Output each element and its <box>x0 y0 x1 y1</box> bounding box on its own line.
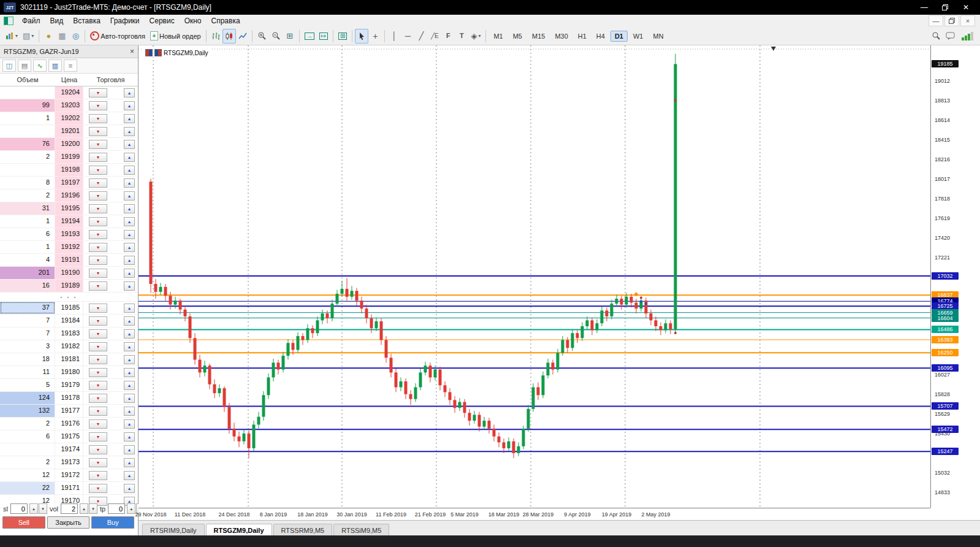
row-buy-button[interactable]: ▴ <box>124 140 135 149</box>
row-buy-button[interactable]: ▴ <box>124 394 135 403</box>
dom-volume-cell[interactable]: 6 <box>0 430 55 443</box>
dom-volume-cell[interactable]: 7 <box>0 327 55 340</box>
dom-volume-cell[interactable] <box>0 164 55 176</box>
row-sell-button[interactable]: ▾ <box>89 471 107 480</box>
menu-item-6[interactable]: Справка <box>207 15 245 26</box>
minimize-button[interactable]: — <box>914 1 935 14</box>
close-position-button[interactable]: Закрыть <box>47 516 90 529</box>
sl-stepper[interactable]: ▴▾ <box>29 503 47 514</box>
dom-chart-toggle-button[interactable]: ◫ <box>2 59 16 72</box>
row-buy-button[interactable]: ▴ <box>124 304 135 313</box>
dom-price-cell[interactable]: 19175 <box>55 430 83 443</box>
dom-price-cell[interactable]: 19197 <box>55 177 83 189</box>
row-sell-button[interactable]: ▾ <box>89 484 107 493</box>
row-buy-button[interactable]: ▴ <box>124 256 135 265</box>
dom-volume-cell[interactable]: 1 <box>0 241 55 253</box>
dom-volume-cell[interactable]: 6 <box>0 228 55 240</box>
chart-window-icon[interactable] <box>4 17 13 25</box>
row-buy-button[interactable]: ▴ <box>124 381 135 390</box>
row-buy-button[interactable]: ▴ <box>124 191 135 201</box>
dom-price-cell[interactable]: 19177 <box>55 405 83 417</box>
toolbar-extra-button-3[interactable]: ◎ <box>69 29 82 44</box>
dom-volume-cell[interactable] <box>0 86 55 99</box>
dom-price-cell[interactable]: 19195 <box>55 202 83 215</box>
row-sell-button[interactable]: ▾ <box>89 342 107 351</box>
dom-price-cell[interactable]: 19189 <box>55 280 83 292</box>
toolbar-extra-button-2[interactable]: ▦ <box>55 29 69 44</box>
mdi-close-button[interactable]: × <box>960 15 975 26</box>
menu-item-5[interactable]: Окно <box>180 15 207 26</box>
timeframe-W1[interactable]: W1 <box>629 31 648 42</box>
row-buy-button[interactable]: ▴ <box>124 458 135 467</box>
timeframe-H4[interactable]: H4 <box>592 31 609 42</box>
row-buy-button[interactable]: ▴ <box>124 166 135 175</box>
dom-volume-cell[interactable]: 8 <box>0 177 55 189</box>
row-sell-button[interactable]: ▾ <box>89 281 107 291</box>
dom-price-cell[interactable]: 19173 <box>55 456 83 469</box>
menu-item-2[interactable]: Вставка <box>68 15 105 26</box>
row-buy-button[interactable]: ▴ <box>124 88 135 98</box>
dom-volume-cell[interactable]: 11 <box>0 366 55 378</box>
row-sell-button[interactable]: ▾ <box>89 316 107 326</box>
dom-price-cell[interactable]: 19183 <box>55 327 83 340</box>
dom-volume-cell[interactable]: 2 <box>0 189 55 202</box>
dom-volume-cell[interactable]: 22 <box>0 482 55 494</box>
row-buy-button[interactable]: ▴ <box>124 445 135 454</box>
row-buy-button[interactable]: ▴ <box>124 484 135 493</box>
dom-price-cell[interactable]: 19185 <box>55 302 83 314</box>
dom-volume-cell[interactable]: 99 <box>0 99 55 112</box>
row-buy-button[interactable]: ▴ <box>124 368 135 377</box>
row-buy-button[interactable]: ▴ <box>124 281 135 291</box>
fibonacci-tool-button[interactable]: F <box>441 29 455 44</box>
timeframe-M15[interactable]: M15 <box>528 31 549 42</box>
dom-price-cell[interactable]: 19199 <box>55 151 83 163</box>
dom-close-button[interactable]: × <box>130 47 134 56</box>
dom-price-cell[interactable]: 19172 <box>55 469 83 481</box>
new-order-button[interactable]: + Новый ордер <box>148 29 203 44</box>
dom-volume-cell[interactable]: 18 <box>0 353 55 365</box>
dom-price-cell[interactable]: 19171 <box>55 482 83 494</box>
row-sell-button[interactable]: ▾ <box>89 381 107 390</box>
row-sell-button[interactable]: ▾ <box>89 304 107 313</box>
price-axis[interactable]: 1901218813186141841518216180171781817619… <box>930 45 980 508</box>
time-axis[interactable]: 29 Nov 201811 Dec 201824 Dec 20188 Jan 2… <box>139 508 930 521</box>
dom-price-cell[interactable]: 19180 <box>55 366 83 378</box>
row-buy-button[interactable]: ▴ <box>124 217 135 226</box>
dom-price-cell[interactable]: 19204 <box>55 86 83 99</box>
dom-ladder-button[interactable]: ▤ <box>18 59 31 72</box>
row-buy-button[interactable]: ▴ <box>124 432 135 442</box>
row-buy-button[interactable]: ▴ <box>124 407 135 416</box>
chat-button[interactable] <box>943 29 958 44</box>
row-sell-button[interactable]: ▾ <box>89 204 107 213</box>
auto-scroll-button[interactable]: → <box>302 29 317 44</box>
dom-volume-cell[interactable]: 3 <box>0 340 55 353</box>
dom-volume-cell[interactable]: 16 <box>0 280 55 292</box>
dom-price-cell[interactable]: 19201 <box>55 125 83 137</box>
row-sell-button[interactable]: ▾ <box>89 329 107 339</box>
dom-volume-cell[interactable]: 1 <box>0 215 55 228</box>
timeframe-M5[interactable]: M5 <box>509 31 526 42</box>
sl-input[interactable]: 0 <box>10 503 28 514</box>
dom-columns-button[interactable]: ▥ <box>48 59 62 72</box>
dom-price-cell[interactable]: 19203 <box>55 99 83 112</box>
menu-item-1[interactable]: Вид <box>45 15 69 26</box>
crosshair-button[interactable]: + <box>368 29 382 44</box>
trendline-tool-button[interactable]: ╱ <box>414 29 428 44</box>
row-buy-button[interactable]: ▴ <box>124 153 135 162</box>
row-sell-button[interactable]: ▾ <box>89 269 107 278</box>
row-buy-button[interactable]: ▴ <box>124 329 135 339</box>
row-buy-button[interactable]: ▴ <box>124 419 135 429</box>
timeframe-H1[interactable]: H1 <box>574 31 591 42</box>
row-buy-button[interactable]: ▴ <box>124 230 135 239</box>
price-chart[interactable] <box>139 45 930 508</box>
chart-tab-3[interactable]: RTSSiM9,M5 <box>333 524 389 536</box>
dom-price-cell[interactable]: 19181 <box>55 353 83 365</box>
dom-price-cell[interactable]: 19193 <box>55 228 83 240</box>
dom-volume-cell[interactable]: 76 <box>0 138 55 150</box>
candles-mode-button[interactable] <box>222 29 236 44</box>
row-buy-button[interactable]: ▴ <box>124 243 135 252</box>
channel-tool-button[interactable]: ╱E <box>428 29 441 44</box>
row-sell-button[interactable]: ▾ <box>89 368 107 377</box>
row-sell-button[interactable]: ▾ <box>89 256 107 265</box>
row-buy-button[interactable]: ▴ <box>124 101 135 110</box>
